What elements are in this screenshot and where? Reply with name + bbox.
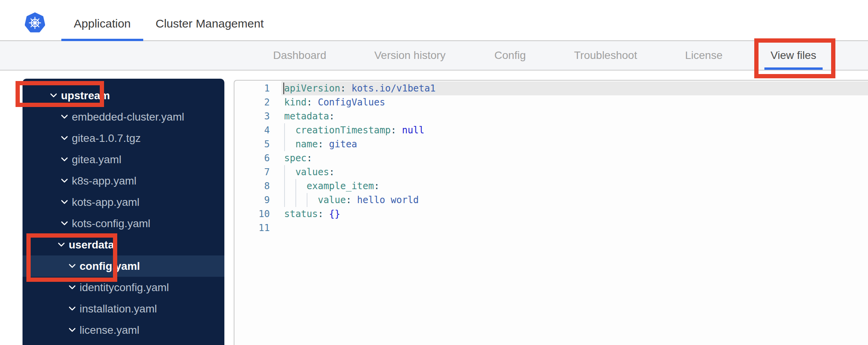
- subnav-item-dashboard[interactable]: Dashboard: [267, 41, 333, 70]
- chevron-down-icon: [68, 264, 76, 269]
- chevron-down-icon: [61, 221, 68, 226]
- yaml-value: kots.io/v1beta1: [351, 83, 436, 94]
- code-line-content: example_item:: [281, 179, 868, 193]
- tree-item-k8s-app.yaml[interactable]: k8s-app.yaml: [23, 170, 224, 191]
- yaml-value: null: [402, 125, 424, 136]
- code-line-content: metadata:: [281, 109, 868, 123]
- tree-item-userdata[interactable]: userdata: [23, 234, 224, 255]
- header-tab-cluster-management[interactable]: Cluster Management: [143, 0, 276, 41]
- code-line-content: values:: [281, 165, 868, 179]
- code-line-content: kind: ConfigValues: [281, 95, 868, 109]
- tree-item-gitea.yaml[interactable]: gitea.yaml: [23, 149, 224, 170]
- subnav-item-label: Version history: [374, 49, 446, 62]
- indent-guides: [284, 137, 295, 151]
- yaml-key: name: [295, 139, 318, 150]
- subnav-item-license[interactable]: License: [679, 41, 729, 70]
- indent-guides: [284, 123, 295, 137]
- tree-item-license.yaml[interactable]: license.yaml: [23, 319, 224, 341]
- yaml-colon: :: [307, 97, 312, 108]
- code-line-content: apiVersion: kots.io/v1beta1: [281, 81, 868, 95]
- tree-item-embedded-cluster.yaml[interactable]: embedded-cluster.yaml: [23, 106, 224, 128]
- code-line[interactable]: 1 apiVersion: kots.io/v1beta1: [234, 81, 868, 95]
- chevron-down-icon: [61, 114, 68, 119]
- indent-guides: [284, 179, 307, 193]
- header-tabs: Application Cluster Management: [61, 0, 276, 41]
- code-line[interactable]: 3 metadata:: [234, 109, 868, 123]
- yaml-colon: :: [340, 83, 346, 94]
- subnav-item-version-history[interactable]: Version history: [368, 41, 452, 70]
- yaml-key: values: [295, 167, 329, 178]
- chevron-down-icon: [61, 136, 68, 141]
- yaml-key: apiVersion: [284, 83, 340, 94]
- code-line[interactable]: 2 kind: ConfigValues: [234, 95, 868, 109]
- tree-item-label: embedded-cluster.yaml: [72, 111, 184, 123]
- tree-item-gitea-1.0.7.tgz[interactable]: gitea-1.0.7.tgz: [23, 128, 224, 149]
- kubernetes-logo-icon: [25, 12, 45, 34]
- code-line[interactable]: 4 creationTimestamp: null: [234, 123, 868, 137]
- chevron-down-icon: [68, 306, 76, 311]
- subnav-item-label: License: [685, 49, 723, 62]
- code-line[interactable]: 8 example_item:: [234, 179, 868, 193]
- yaml-colon: :: [307, 153, 312, 164]
- chevron-down-icon: [68, 285, 76, 290]
- tree-item-installation.yaml[interactable]: installation.yaml: [23, 298, 224, 319]
- line-number: 10: [234, 207, 281, 221]
- tree-item-label: config.yaml: [80, 260, 140, 273]
- yaml-key: example_item: [307, 181, 374, 191]
- yaml-colon: :: [318, 139, 323, 150]
- line-number: 2: [234, 95, 281, 109]
- yaml-colon: :: [346, 195, 351, 205]
- subnav-item-label: Config: [495, 49, 526, 62]
- tree-item-upstream[interactable]: upstream: [23, 85, 224, 106]
- header-tab-label: Application: [74, 17, 131, 30]
- yaml-value: hello world: [357, 195, 419, 205]
- code-line-content: creationTimestamp: null: [281, 123, 868, 137]
- code-line[interactable]: 11: [234, 221, 868, 235]
- code-line-content: spec:: [281, 151, 868, 165]
- code-line[interactable]: 9 value: hello world: [234, 193, 868, 207]
- yaml-key: creationTimestamp: [295, 125, 391, 136]
- subnav-item-config[interactable]: Config: [488, 41, 532, 70]
- line-number: 5: [234, 137, 281, 151]
- yaml-key: value: [318, 195, 346, 205]
- tree-item-kots-config.yaml[interactable]: kots-config.yaml: [23, 213, 224, 234]
- tree-item-config.yaml[interactable]: config.yaml: [23, 255, 224, 277]
- yaml-value: gitea: [329, 139, 357, 150]
- subnav-item-view-files[interactable]: View files: [764, 41, 823, 70]
- code-line-content: name: gitea: [281, 137, 868, 151]
- code-line[interactable]: 6 spec:: [234, 151, 868, 165]
- code-line[interactable]: 5 name: gitea: [234, 137, 868, 151]
- line-number: 3: [234, 109, 281, 123]
- chevron-down-icon: [68, 328, 76, 333]
- subnav-item-label: Troubleshoot: [574, 49, 637, 62]
- line-number: 9: [234, 193, 281, 207]
- chevron-down-icon: [61, 157, 68, 162]
- yaml-colon: :: [374, 181, 379, 191]
- line-number: 1: [234, 81, 281, 95]
- subnav-item-label: Dashboard: [273, 49, 326, 62]
- app-header: Application Cluster Management: [0, 0, 868, 41]
- chevron-down-icon: [61, 178, 68, 183]
- code-line-content: value: hello world: [281, 193, 868, 207]
- tree-item-label: userdata: [69, 239, 114, 251]
- yaml-key: spec: [284, 153, 307, 164]
- subnav-item-troubleshoot[interactable]: Troubleshoot: [568, 41, 643, 70]
- indent-guides: [284, 165, 295, 179]
- tree-item-label: gitea.yaml: [72, 154, 122, 166]
- yaml-value: {}: [329, 209, 340, 219]
- chevron-down-icon: [50, 93, 57, 98]
- subnav-item-label: View files: [771, 49, 816, 62]
- chevron-down-icon: [61, 200, 68, 205]
- tree-item-label: kots-config.yaml: [72, 217, 150, 230]
- tree-item-label: upstream: [61, 90, 110, 102]
- code-editor[interactable]: 1 apiVersion: kots.io/v1beta1 2 kind: Co…: [234, 80, 868, 345]
- tree-item-kots-app.yaml[interactable]: kots-app.yaml: [23, 191, 224, 213]
- app-subnav: Dashboard Version history Config Trouble…: [0, 41, 868, 71]
- header-tab-application[interactable]: Application: [61, 0, 143, 41]
- code-line[interactable]: 7 values:: [234, 165, 868, 179]
- tree-item-label: installation.yaml: [80, 303, 157, 315]
- tree-item-identityconfig.yaml[interactable]: identityconfig.yaml: [23, 277, 224, 298]
- code-line[interactable]: 10 status: {}: [234, 207, 868, 221]
- line-number: 6: [234, 151, 281, 165]
- tree-item-label: k8s-app.yaml: [72, 175, 137, 187]
